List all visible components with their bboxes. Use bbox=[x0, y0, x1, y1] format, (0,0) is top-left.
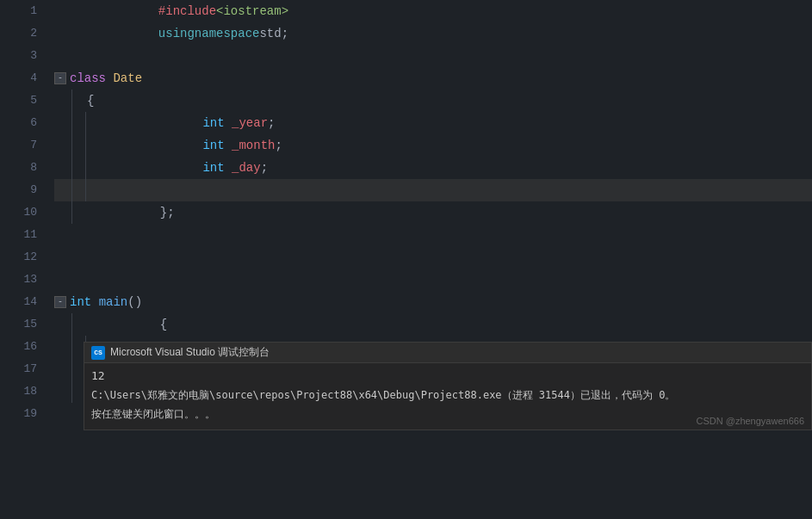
line-num-11: 11 bbox=[0, 224, 37, 246]
code-line-10: }; bbox=[54, 201, 812, 224]
code-line-3 bbox=[54, 45, 812, 67]
line-num-15: 15 bbox=[0, 313, 37, 336]
day-member: _day bbox=[232, 157, 261, 179]
editor-area: 1 2 3 4 5 6 7 8 9 10 11 12 13 14 15 16 1… bbox=[0, 0, 812, 430]
debug-console-header: CS Microsoft Visual Studio 调试控制台 bbox=[84, 343, 811, 363]
code-line-8: int _day; bbox=[54, 157, 812, 179]
collapse-main-btn[interactable]: - bbox=[54, 296, 66, 308]
line-num-7: 7 bbox=[0, 134, 37, 157]
output-path-text: C:\Users\郑雅文的电脑\source\repos\Project88\x… bbox=[91, 389, 675, 401]
debug-console-panel: CS Microsoft Visual Studio 调试控制台 12 C:\U… bbox=[84, 342, 812, 430]
close-brace-semi: }; bbox=[160, 201, 175, 224]
line-num-6: 6 bbox=[0, 112, 37, 134]
year-member: _year bbox=[232, 112, 268, 134]
code-line-1: #include<iostream> bbox=[54, 0, 812, 22]
std-text: std bbox=[259, 22, 281, 45]
namespace-keyword: namespace bbox=[195, 22, 260, 45]
line-num-10: 10 bbox=[0, 201, 37, 224]
line-num-20: 20 bbox=[0, 425, 37, 430]
line-num-18: 18 bbox=[0, 380, 37, 403]
iostream-include: <iostream> bbox=[216, 0, 288, 22]
open-brace-2: { bbox=[160, 313, 167, 336]
line-numbers: 1 2 3 4 5 6 7 8 9 10 11 12 13 14 15 16 1… bbox=[0, 0, 47, 430]
output-number: 12 bbox=[91, 369, 105, 382]
line-num-16: 16 bbox=[0, 336, 37, 358]
line-num-12: 12 bbox=[0, 246, 37, 269]
code-line-13 bbox=[54, 269, 812, 291]
debug-panel-title: Microsoft Visual Studio 调试控制台 bbox=[110, 345, 270, 360]
output-hint-text: 按任意键关闭此窗口。。。 bbox=[91, 408, 215, 420]
output-path-line: C:\Users\郑雅文的电脑\source\repos\Project88\x… bbox=[91, 386, 804, 405]
csdn-watermark: CSDN @zhengyawen666 bbox=[696, 416, 804, 426]
line-num-19: 19 bbox=[0, 403, 37, 425]
line-num-14: 14 bbox=[0, 291, 37, 313]
code-line-15: { bbox=[54, 313, 812, 336]
line-num-13: 13 bbox=[0, 269, 37, 291]
int-keyword-6: int bbox=[202, 112, 224, 134]
line-num-2: 2 bbox=[0, 22, 37, 45]
line-num-8: 8 bbox=[0, 157, 37, 179]
vs-debug-icon: CS bbox=[91, 346, 105, 360]
code-line-14: - int main() bbox=[54, 291, 812, 313]
month-member: _month bbox=[232, 134, 275, 157]
using-keyword: using bbox=[158, 22, 195, 45]
code-line-12 bbox=[54, 246, 812, 269]
collapse-class-btn[interactable]: - bbox=[54, 72, 66, 84]
include-keyword: #include bbox=[158, 0, 216, 22]
int-keyword-7: int bbox=[202, 134, 224, 157]
code-line-9 bbox=[54, 179, 812, 201]
line-num-4: 4 bbox=[0, 67, 37, 90]
line-num-5: 5 bbox=[0, 90, 37, 112]
output-number-line: 12 bbox=[91, 367, 804, 386]
line-num-3: 3 bbox=[0, 45, 37, 67]
line-num-9: 9 bbox=[0, 179, 37, 201]
watermark-text: CSDN @zhengyawen666 bbox=[696, 416, 804, 426]
line-num-1: 1 bbox=[0, 0, 37, 22]
date-classname: Date bbox=[113, 67, 142, 90]
class-keyword: class bbox=[70, 67, 106, 90]
int-keyword-8: int bbox=[202, 157, 224, 179]
code-line-2: using namespace std; bbox=[54, 22, 812, 45]
code-line-11 bbox=[54, 224, 812, 246]
code-line-4: - class Date bbox=[54, 67, 812, 90]
line-num-17: 17 bbox=[0, 358, 37, 380]
